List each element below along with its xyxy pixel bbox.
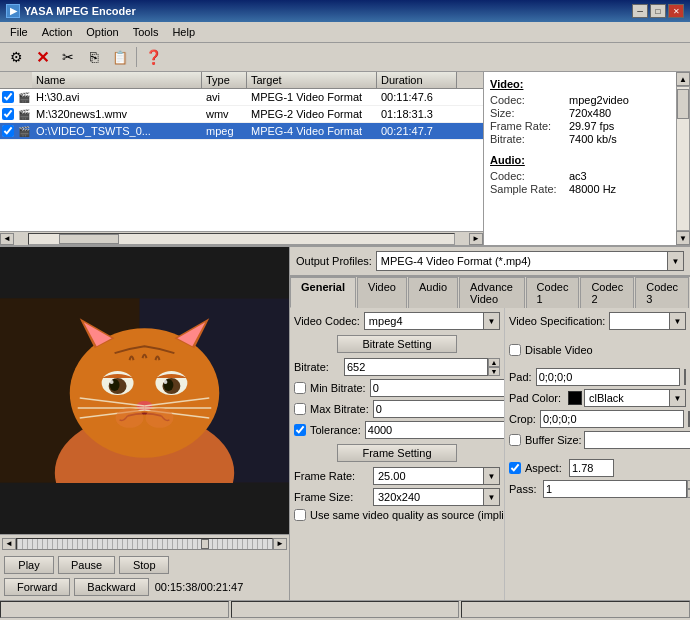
toolbar: ⚙ ✕ ✂ ⎘ 📋 ❓ bbox=[0, 43, 690, 72]
scroll-right-btn[interactable]: ► bbox=[469, 233, 483, 245]
output-profiles-arrow[interactable]: ▼ bbox=[667, 252, 683, 270]
info-scroll-up-btn[interactable]: ▲ bbox=[676, 72, 690, 86]
table-row[interactable]: 🎬 M:\320news1.wmv wmv MPEG-2 Video Forma… bbox=[0, 106, 483, 123]
menu-action[interactable]: Action bbox=[36, 24, 79, 40]
settings-tabs: Generial Video Audio Advance Video Codec… bbox=[290, 276, 690, 308]
pad-browse-btn[interactable] bbox=[684, 369, 686, 385]
timeline-track[interactable] bbox=[16, 538, 273, 550]
pass-input[interactable] bbox=[543, 480, 687, 498]
col-header-name[interactable]: Name bbox=[32, 72, 202, 88]
table-row[interactable]: 🎬 O:\VIDEO_TSWTS_0... mpeg MPEG-4 Video … bbox=[0, 123, 483, 140]
pad-color-arrow[interactable]: ▼ bbox=[669, 390, 685, 406]
tolerance-spinner[interactable]: ▲ ▼ bbox=[365, 421, 505, 439]
cut-toolbar-btn[interactable]: ✂ bbox=[56, 45, 80, 69]
video-spec-arrow[interactable]: ▼ bbox=[669, 313, 685, 329]
timeline-left-btn[interactable]: ◄ bbox=[2, 538, 16, 550]
buffer-size-input[interactable] bbox=[584, 431, 690, 449]
pad-color-dropdown[interactable]: clBlack ▼ bbox=[584, 389, 686, 407]
file-list-body[interactable]: 🎬 H:\30.avi avi MPEG-1 Video Format 00:1… bbox=[0, 89, 483, 231]
buffer-size-spinner[interactable]: ▲ ▼ bbox=[584, 431, 690, 449]
backward-button[interactable]: Backward bbox=[74, 578, 148, 596]
delete-toolbar-btn[interactable]: ✕ bbox=[30, 45, 54, 69]
pause-button[interactable]: Pause bbox=[58, 556, 115, 574]
row-checkbox-2[interactable] bbox=[0, 107, 16, 121]
frame-size-row: Frame Size: 320x240 ▼ bbox=[294, 488, 500, 506]
status-cell-1 bbox=[0, 601, 229, 618]
audio-section-title: Audio: bbox=[490, 154, 674, 166]
max-bitrate-checkbox[interactable] bbox=[294, 403, 306, 415]
menu-help[interactable]: Help bbox=[166, 24, 201, 40]
col-header-type[interactable]: Type bbox=[202, 72, 247, 88]
pad-row: Pad: bbox=[509, 368, 686, 386]
crop-input[interactable] bbox=[540, 410, 684, 428]
min-bitrate-spinner[interactable]: ▲ ▼ bbox=[370, 379, 505, 397]
timeline-right-btn[interactable]: ► bbox=[273, 538, 287, 550]
tab-codec2[interactable]: Codec 2 bbox=[580, 277, 634, 308]
scrollbar-track-h[interactable] bbox=[28, 233, 455, 245]
frame-rate-dropdown[interactable]: 25.00 ▼ bbox=[373, 467, 500, 485]
menu-tools[interactable]: Tools bbox=[127, 24, 165, 40]
forward-button[interactable]: Forward bbox=[4, 578, 70, 596]
aspect-checkbox[interactable] bbox=[509, 462, 521, 474]
col-header-duration[interactable]: Duration bbox=[377, 72, 457, 88]
min-bitrate-checkbox[interactable] bbox=[294, 382, 306, 394]
menu-option[interactable]: Option bbox=[80, 24, 124, 40]
aspect-row: Aspect: bbox=[509, 459, 686, 477]
bitrate-setting-btn[interactable]: Bitrate Setting bbox=[337, 335, 457, 353]
bitrate-spinner[interactable]: ▲ ▼ bbox=[344, 358, 500, 376]
info-scroll-thumb[interactable] bbox=[677, 89, 689, 119]
copy-toolbar-btn[interactable]: ⎘ bbox=[82, 45, 106, 69]
settings-toolbar-btn[interactable]: ⚙ bbox=[4, 45, 28, 69]
tab-codec3[interactable]: Codec 3 bbox=[635, 277, 689, 308]
stop-button[interactable]: Stop bbox=[119, 556, 169, 574]
pad-input[interactable] bbox=[536, 368, 680, 386]
scrollbar-thumb-h[interactable] bbox=[59, 234, 119, 244]
row-checkbox-1[interactable] bbox=[0, 90, 16, 104]
tab-advance-video[interactable]: Advance Video bbox=[459, 277, 525, 308]
buffer-size-checkbox[interactable] bbox=[509, 434, 521, 446]
bitrate-down-btn[interactable]: ▼ bbox=[488, 367, 500, 376]
file-list-scrollbar-h[interactable]: ◄ ► bbox=[0, 231, 483, 245]
info-panel-scrollbar[interactable]: ▲ ▼ bbox=[676, 72, 690, 245]
row-checkbox-3[interactable] bbox=[0, 124, 16, 138]
scroll-left-btn[interactable]: ◄ bbox=[0, 233, 14, 245]
min-bitrate-input[interactable] bbox=[370, 379, 505, 397]
tab-video[interactable]: Video bbox=[357, 277, 407, 308]
tab-codec1[interactable]: Codec 1 bbox=[526, 277, 580, 308]
max-bitrate-input[interactable] bbox=[373, 400, 505, 418]
timeline-position-thumb[interactable] bbox=[201, 539, 209, 549]
video-spec-dropdown[interactable]: ▼ bbox=[609, 312, 686, 330]
tab-generial[interactable]: Generial bbox=[290, 277, 356, 308]
aspect-input[interactable] bbox=[569, 459, 614, 477]
max-bitrate-spinner[interactable]: ▲ ▼ bbox=[373, 400, 505, 418]
vbr-checkbox[interactable] bbox=[294, 509, 306, 521]
info-scroll-down-btn[interactable]: ▼ bbox=[676, 231, 690, 245]
bitrate-up-btn[interactable]: ▲ bbox=[488, 358, 500, 367]
video-codec-arrow[interactable]: ▼ bbox=[483, 313, 499, 329]
output-profiles-dropdown[interactable]: MPEG-4 Video Format (*.mp4) ▼ bbox=[376, 251, 684, 271]
close-btn[interactable]: ✕ bbox=[668, 4, 684, 18]
bitrate-input[interactable] bbox=[344, 358, 488, 376]
min-bitrate-row: Min Bitrate: ▲ ▼ bbox=[294, 379, 500, 397]
info-toolbar-btn[interactable]: ❓ bbox=[141, 45, 165, 69]
frame-size-dropdown[interactable]: 320x240 ▼ bbox=[373, 488, 500, 506]
col-header-target[interactable]: Target bbox=[247, 72, 377, 88]
pass-spinner[interactable]: ▲ ▼ bbox=[543, 480, 593, 498]
table-row[interactable]: 🎬 H:\30.avi avi MPEG-1 Video Format 00:1… bbox=[0, 89, 483, 106]
info-scroll-track[interactable] bbox=[676, 86, 690, 231]
frame-size-arrow[interactable]: ▼ bbox=[483, 489, 499, 505]
tolerance-checkbox[interactable] bbox=[294, 424, 306, 436]
maximize-btn[interactable]: □ bbox=[650, 4, 666, 18]
tolerance-input[interactable] bbox=[365, 421, 505, 439]
paste-toolbar-btn[interactable]: 📋 bbox=[108, 45, 132, 69]
disable-video-checkbox[interactable] bbox=[509, 344, 521, 356]
tab-audio[interactable]: Audio bbox=[408, 277, 458, 308]
video-codec-dropdown[interactable]: mpeg4 ▼ bbox=[364, 312, 500, 330]
minimize-btn[interactable]: ─ bbox=[632, 4, 648, 18]
frame-setting-btn[interactable]: Frame Setting bbox=[337, 444, 457, 462]
frame-rate-arrow[interactable]: ▼ bbox=[483, 468, 499, 484]
pad-color-swatch[interactable] bbox=[568, 391, 582, 405]
play-button[interactable]: Play bbox=[4, 556, 54, 574]
menu-file[interactable]: File bbox=[4, 24, 34, 40]
title-bar: ▶ YASA MPEG Encoder ─ □ ✕ bbox=[0, 0, 690, 22]
